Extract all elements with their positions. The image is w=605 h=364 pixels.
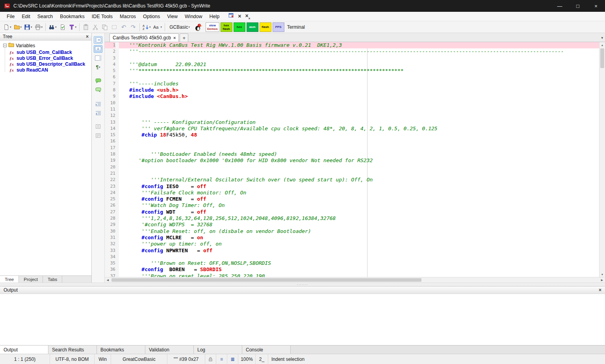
new-file-button[interactable]: ▾ [2, 22, 12, 32]
toggle-map-icon[interactable] [94, 54, 102, 62]
code-line[interactable]: '''Brown on Reset: OFF,ON,NOSLP,SBORDIS [119, 260, 599, 266]
code-line[interactable]: #include <usb.h> [119, 87, 599, 93]
panel-tab-console[interactable]: Console [242, 346, 291, 354]
paste-button[interactable] [82, 22, 90, 32]
code-line[interactable]: '#option bootloader 0x1000 '0x1000 for H… [119, 157, 599, 164]
editor-hscrollbar[interactable]: ◀ ▶ [105, 277, 605, 283]
code-line[interactable]: '''Internal/External Oscilator Switch ov… [119, 177, 599, 183]
code-line[interactable] [119, 138, 599, 144]
comment-bubble-icon[interactable] [94, 77, 102, 85]
badge-hex[interactable]: hex [234, 22, 245, 32]
code-line[interactable] [119, 170, 599, 177]
scroll-down-icon[interactable]: ▼ [599, 272, 605, 277]
indent-state-icon[interactable]: ≣ [227, 354, 238, 364]
menu-file[interactable]: File [3, 12, 18, 21]
sidebar-tab-project[interactable]: Project [19, 276, 43, 283]
open-file-button[interactable]: ▾ [13, 22, 23, 32]
lexer-style-button[interactable]: ▾ [68, 22, 78, 32]
toggle-output-icon[interactable] [94, 45, 102, 53]
editor-tab[interactable]: CanBus TestRIG 45k50.gcb × [109, 33, 179, 42]
lexer-indicator[interactable]: GreatCowBasic [111, 354, 167, 364]
line-endings-indicator[interactable]: Win [95, 354, 111, 364]
tree-item-sub-usb-com-callback[interactable]: ƒxsub USB_Com_CallBack [9, 49, 91, 55]
toggle-panel-icon[interactable] [94, 36, 102, 44]
caret-position[interactable]: 1 : 1 (250) [0, 354, 50, 364]
code-line[interactable]: ''' verf#gbare CPU Taktfrequenz/Availabl… [119, 126, 599, 132]
close-icon[interactable]: × [599, 287, 601, 293]
panel-tab-log[interactable]: Log [194, 346, 242, 354]
tab-size-indicator[interactable]: 2_ [256, 354, 268, 364]
close-button[interactable]: × [587, 0, 605, 12]
panel-tab-search-results[interactable]: Search Results [48, 346, 97, 354]
redo-button[interactable]: ↷ [129, 22, 137, 32]
tree-item-sub-readcan[interactable]: ƒxsub ReadCAN [9, 67, 91, 73]
menu-macros[interactable]: Macros [116, 12, 139, 21]
chevron-down-icon[interactable]: ▾ [161, 26, 162, 29]
vscroll-thumb[interactable] [600, 48, 604, 68]
scroll-right-icon[interactable]: ▶ [599, 277, 605, 283]
zoom-level[interactable]: 100% [238, 354, 256, 364]
code-line[interactable]: '''-----includes [119, 81, 599, 87]
code-line[interactable] [119, 164, 599, 170]
code-line[interactable] [119, 254, 599, 260]
menu-view[interactable]: View [163, 12, 181, 21]
badge-view-demos[interactable]: viewDemos [206, 22, 219, 32]
code-line[interactable]: '''Enable Reset: off, on (disbale on ven… [119, 228, 599, 235]
scroll-left-icon[interactable]: ◀ [105, 277, 111, 283]
chevron-down-icon[interactable]: ▾ [149, 26, 151, 29]
code-editor[interactable]: '''Kontronik CanBus Test Rig HWv.1.00 Ba… [119, 42, 599, 277]
code-line[interactable]: #include <CanBus.h> [119, 93, 599, 100]
chevron-down-icon[interactable]: ▾ [55, 26, 57, 29]
badge-asm[interactable]: asm [247, 22, 258, 32]
copy-button[interactable] [100, 22, 109, 32]
sort-button[interactable]: AZ ▾ [142, 22, 152, 32]
output-panel-body[interactable] [0, 294, 605, 345]
chevron-down-icon[interactable]: ▾ [75, 26, 77, 29]
code-line[interactable] [119, 145, 599, 151]
tree-item-sub-usb-error-callback[interactable]: ƒxsub USB_Error_CallBack [9, 55, 91, 61]
undo-button[interactable]: ↶ [119, 22, 128, 32]
readonly-lock-icon[interactable] [205, 354, 216, 364]
badge-pps[interactable]: PPS [273, 22, 284, 32]
sidebar-tab-tree[interactable]: Tree [0, 276, 19, 283]
editor-vscrollbar[interactable]: ▲ ▼ [599, 42, 605, 277]
chevron-down-icon[interactable]: ▾ [41, 26, 43, 29]
code-line[interactable] [119, 106, 599, 113]
code-line[interactable]: '''Kontronik CanBus Test Rig HWv.1.00 Ba… [119, 42, 599, 48]
code-line[interactable]: #chip 18F45k50, 48 [119, 132, 599, 138]
nonprint-chars-icon[interactable]: ¶▾ [94, 63, 102, 71]
tree-root-node[interactable]: − Variables [0, 42, 91, 49]
splitter-handle[interactable]: ······· [0, 283, 605, 286]
menu-window[interactable]: Window [181, 12, 206, 21]
code-line[interactable]: #config MCLRE = on [119, 235, 599, 241]
maximize-button[interactable]: □ [569, 0, 587, 12]
code-line[interactable]: #config NPWRTEN = off [119, 248, 599, 254]
menu-bookmarks[interactable]: Bookmarks [56, 12, 88, 21]
code-line[interactable]: '''BootLoader Enabled (needs 48mhz speed… [119, 151, 599, 157]
select-mode-button[interactable] [110, 22, 119, 32]
chevron-down-icon[interactable]: ▾ [188, 26, 190, 29]
hscroll-thumb[interactable] [111, 278, 421, 282]
panel-tab-validation[interactable]: Validation [145, 346, 194, 354]
menu-help[interactable]: Help [206, 12, 223, 21]
chevron-down-icon[interactable]: ▾ [20, 26, 22, 29]
code-line[interactable] [119, 74, 599, 80]
menu-options[interactable]: Options [139, 12, 163, 21]
code-line[interactable]: '''*************************************… [119, 68, 599, 74]
badge-flash[interactable]: flash [260, 22, 271, 32]
sidebar-tab-tabs[interactable]: Tabs [43, 276, 62, 283]
indent-less-icon[interactable] [94, 109, 102, 116]
panel-tab-output[interactable]: Output [0, 346, 48, 354]
wrap-state-icon[interactable]: ≡ [216, 354, 227, 364]
scroll-up-icon[interactable]: ▲ [599, 42, 605, 48]
mdi-window-icon[interactable] [228, 13, 234, 19]
code-line[interactable]: '''power up timer: off, on [119, 241, 599, 247]
code-line[interactable] [119, 55, 599, 61]
close-all-files-icon[interactable]: ×x [245, 13, 250, 20]
cut-button[interactable] [91, 22, 100, 32]
gcbasic-menu-button[interactable]: GCBasic ▾ [167, 22, 193, 32]
code-line[interactable] [119, 100, 599, 106]
code-line[interactable]: '''-------------------------------------… [119, 48, 599, 55]
collapse-icon[interactable]: − [3, 44, 7, 47]
code-line[interactable]: '#config WDTPS = 32768 [119, 222, 599, 228]
